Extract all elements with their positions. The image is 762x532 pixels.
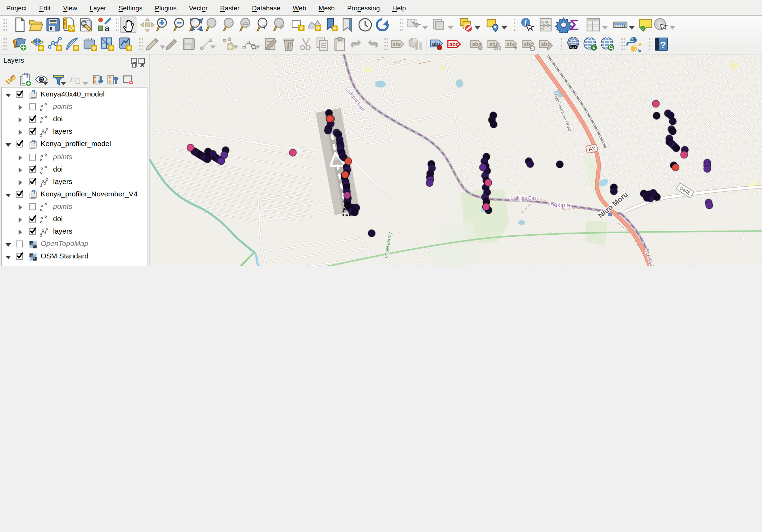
svg-text:Laikipia East: Laikipia East xyxy=(511,195,538,201)
svg-text:Σ: Σ xyxy=(570,17,579,33)
svg-text:abc: abc xyxy=(506,41,516,47)
svg-text:abc: abc xyxy=(489,41,499,47)
svg-text:?: ? xyxy=(660,40,666,50)
svg-text:Laikipia: Laikipia xyxy=(549,202,570,209)
svg-text:abc: abc xyxy=(392,41,402,47)
svg-text:ε: ε xyxy=(70,74,74,84)
svg-text:1:1: 1:1 xyxy=(243,21,248,26)
svg-text:abc: abc xyxy=(449,41,459,47)
svg-text:a: a xyxy=(105,23,110,33)
svg-text:i: i xyxy=(524,19,527,27)
